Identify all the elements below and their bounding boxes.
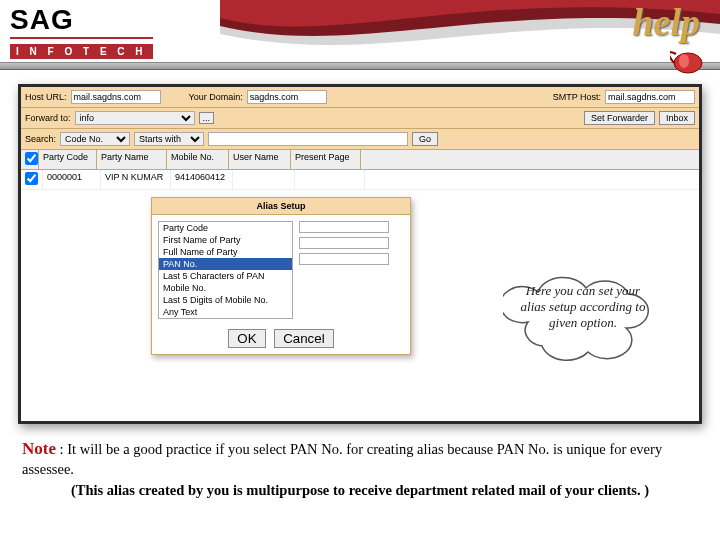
search-label: Search: bbox=[25, 134, 56, 144]
grid-header-partyname: Party Name bbox=[97, 150, 167, 169]
grid-cell-username bbox=[233, 170, 295, 189]
dialog-title: Alias Setup bbox=[152, 198, 410, 215]
alias-value-input-3[interactable] bbox=[299, 253, 389, 265]
go-button[interactable]: Go bbox=[412, 132, 438, 146]
alias-option[interactable]: Party Code bbox=[159, 222, 292, 234]
forward-to-label: Forward to: bbox=[25, 113, 71, 123]
alias-option[interactable]: Mobile No. bbox=[159, 282, 292, 294]
search-by-select[interactable]: Code No. bbox=[60, 132, 130, 146]
grid-cell-presentpage bbox=[295, 170, 365, 189]
dialog-cancel-button[interactable]: Cancel bbox=[274, 329, 334, 348]
note-label: Note bbox=[22, 439, 56, 458]
alias-option[interactable]: Any Text bbox=[159, 306, 292, 318]
your-domain-label: Your Domain: bbox=[189, 92, 243, 102]
set-forwarder-button[interactable]: Set Forwarder bbox=[584, 111, 655, 125]
header-divider-bar bbox=[0, 62, 720, 70]
logo-text-sag: SAG bbox=[10, 4, 153, 36]
logo-text-infotech: I N F O T E C H bbox=[10, 44, 153, 59]
toolbar-row-3: Search: Code No. Starts with Go bbox=[21, 129, 699, 150]
grid-header-checkbox[interactable] bbox=[21, 150, 39, 169]
alias-options-list[interactable]: Party Code First Name of Party Full Name… bbox=[158, 221, 293, 319]
note-line-2: (This alias created by you is multipurpo… bbox=[22, 481, 698, 500]
grid-header-presentpage: Present Page bbox=[291, 150, 361, 169]
smtp-host-label: SMTP Host: bbox=[553, 92, 601, 102]
search-input[interactable] bbox=[208, 132, 408, 146]
alias-option[interactable]: First Name of Party bbox=[159, 234, 292, 246]
svg-point-1 bbox=[679, 54, 689, 68]
mouse-icon bbox=[670, 48, 710, 78]
note-line-1: : It will be a good practice if you sele… bbox=[22, 441, 662, 477]
forward-to-select[interactable]: info bbox=[75, 111, 195, 125]
grid-header-username: User Name bbox=[229, 150, 291, 169]
host-url-input[interactable] bbox=[71, 90, 161, 104]
help-graphic: help bbox=[632, 0, 700, 44]
grid-cell-mobile: 9414060412 bbox=[171, 170, 233, 189]
grid-row[interactable]: 0000001 VIP N KUMAR 9414060412 bbox=[21, 170, 699, 190]
alias-option[interactable]: Full Name of Party bbox=[159, 246, 292, 258]
alias-setup-dialog: Alias Setup Party Code First Name of Par… bbox=[151, 197, 411, 355]
alias-option-selected[interactable]: PAN No. bbox=[159, 258, 292, 270]
callout-text: Here you can set your alias setup accord… bbox=[503, 267, 663, 347]
host-url-label: Host URL: bbox=[25, 92, 67, 102]
inbox-button[interactable]: Inbox bbox=[659, 111, 695, 125]
application-screenshot: Host URL: Your Domain: SMTP Host: Forwar… bbox=[18, 84, 702, 424]
grid-cell-partycode: 0000001 bbox=[43, 170, 101, 189]
grid-row-checkbox[interactable] bbox=[21, 170, 43, 189]
alias-value-input-2[interactable] bbox=[299, 237, 389, 249]
grid-header-mobile: Mobile No. bbox=[167, 150, 229, 169]
grid-header: Party Code Party Name Mobile No. User Na… bbox=[21, 150, 699, 170]
toolbar-row-2: Forward to: info ... Set Forwarder Inbox bbox=[21, 108, 699, 129]
help-text: help bbox=[632, 1, 700, 43]
search-mode-select[interactable]: Starts with bbox=[134, 132, 204, 146]
grid-cell-partyname: VIP N KUMAR bbox=[101, 170, 171, 189]
forward-to-browse-button[interactable]: ... bbox=[199, 112, 215, 124]
logo: SAG I N F O T E C H bbox=[10, 4, 153, 59]
grid-header-partycode: Party Code bbox=[39, 150, 97, 169]
page-header: SAG I N F O T E C H help bbox=[0, 0, 720, 72]
alias-option[interactable]: Last 5 Characters of PAN bbox=[159, 270, 292, 282]
your-domain-input[interactable] bbox=[247, 90, 327, 104]
callout-bubble: Here you can set your alias setup accord… bbox=[503, 267, 663, 377]
alias-option[interactable]: Last 5 Digits of Mobile No. bbox=[159, 294, 292, 306]
alias-value-input-1[interactable] bbox=[299, 221, 389, 233]
note-block: Note : It will be a good practice if you… bbox=[0, 424, 720, 500]
toolbar-row-1: Host URL: Your Domain: SMTP Host: bbox=[21, 87, 699, 108]
dialog-ok-button[interactable]: OK bbox=[228, 329, 265, 348]
smtp-host-input[interactable] bbox=[605, 90, 695, 104]
